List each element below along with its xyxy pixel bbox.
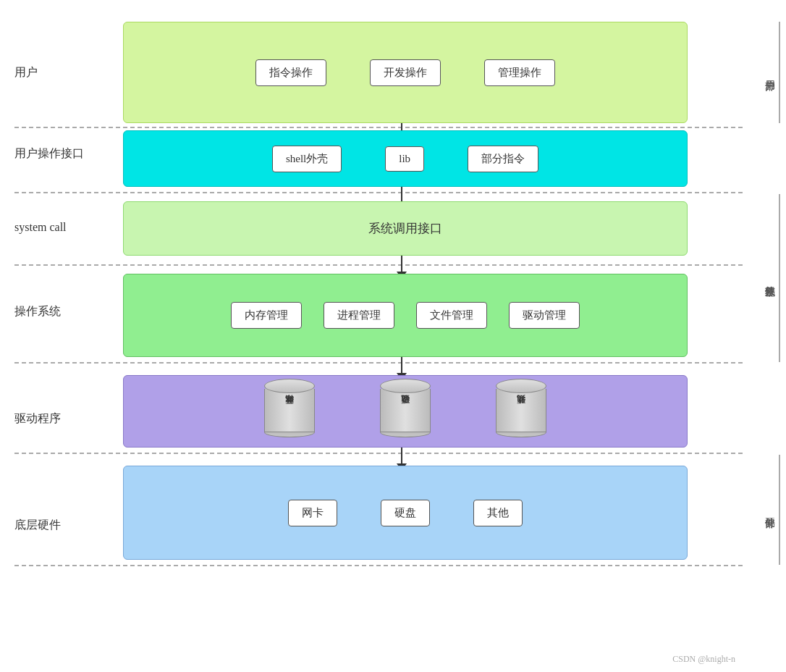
hardware-layer-box: 网卡 硬盘 其他 xyxy=(123,466,688,560)
sep-line-5 xyxy=(14,453,743,454)
label-user: 用户 xyxy=(14,65,38,80)
cylinder-other: 其他驱动 xyxy=(492,379,550,444)
os-layer-box: 内存管理 进程管理 文件管理 驱动管理 xyxy=(123,274,688,357)
section-label-user: 用户部分 xyxy=(763,22,780,123)
sep-line-2 xyxy=(14,192,743,193)
section-label-hardware: 硬件部分 xyxy=(763,455,780,565)
cylinder-storage: 存储单元区 xyxy=(261,379,318,444)
sep-line-3 xyxy=(14,264,743,266)
driver-layer-box: 存储单元区 磁盘驱动 其他驱动 xyxy=(123,375,688,448)
interface-layer-box: shell外壳 lib 部分指令 xyxy=(123,130,688,187)
item-develop: 开发操作 xyxy=(370,59,441,86)
label-driver: 驱动程序 xyxy=(14,411,61,427)
section-label-system: 系统软件部分 xyxy=(763,194,780,362)
item-other-hw: 其他 xyxy=(473,500,523,526)
item-driver-mgr: 驱动管理 xyxy=(509,302,580,329)
item-instruction: 指令操作 xyxy=(255,59,326,86)
label-hardware: 底层硬件 xyxy=(14,518,61,533)
sep-line-4 xyxy=(14,362,743,364)
item-lib: lib xyxy=(385,146,424,172)
user-layer-box: 指令操作 开发操作 管理操作 xyxy=(123,22,688,123)
sep-line-1 xyxy=(14,127,743,128)
watermark: CSDN @knight-n xyxy=(672,654,735,665)
item-shell: shell外壳 xyxy=(272,146,342,172)
cylinder-disk: 磁盘驱动 xyxy=(376,379,434,444)
item-partial-cmd: 部分指令 xyxy=(468,146,538,172)
sep-line-6 xyxy=(14,565,743,566)
label-os: 操作系统 xyxy=(14,304,61,319)
diagram: 用户部分 系统软件部分 硬件部分 用户 指令操作 开发操作 管理操作 用户操 xyxy=(0,0,786,672)
item-memory: 内存管理 xyxy=(231,302,302,329)
label-interface: 用户操作接口 xyxy=(14,146,84,161)
item-process: 进程管理 xyxy=(324,302,394,329)
item-disk: 硬盘 xyxy=(381,500,430,526)
item-file: 文件管理 xyxy=(416,302,487,329)
syscall-layer-box: 系统调用接口 xyxy=(123,201,688,256)
label-syscall: system call xyxy=(14,221,67,234)
item-syscall-interface: 系统调用接口 xyxy=(310,213,500,244)
item-manage: 管理操作 xyxy=(484,59,555,86)
item-nic: 网卡 xyxy=(288,500,337,526)
